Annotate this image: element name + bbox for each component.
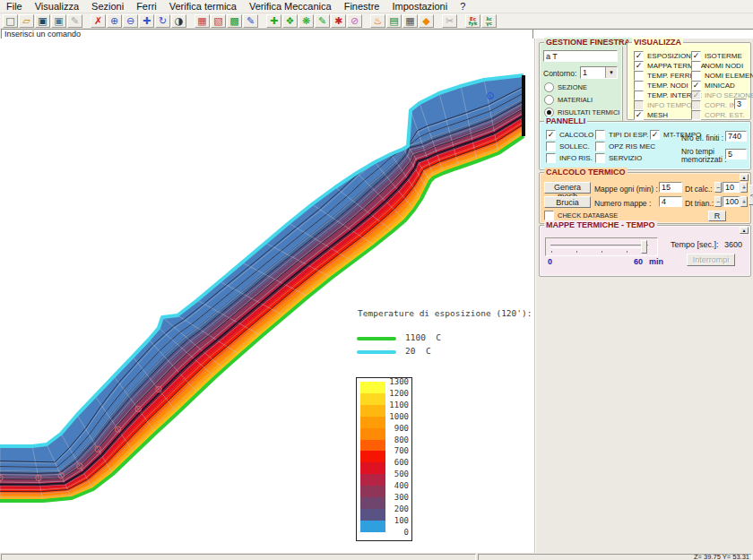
view-mesh-checkbox[interactable]: ✓ [634,110,644,120]
contorno-select[interactable]: 1 ▼ [580,66,618,79]
dt-trian-minus-button[interactable]: − [714,196,722,207]
menu-bar: FileVisualizzaSezioniFerriVerifica termi… [0,0,753,13]
annulla-mesh-icon[interactable]: ⊘ [347,14,362,28]
dt-trian-input[interactable]: 100 [723,196,740,207]
panel-calcolo-t-row[interactable]: ✓CALCOLO T. [546,130,602,140]
chevron-down-icon[interactable]: ▼ [605,67,617,78]
view-nomi-nodi-checkbox[interactable] [691,61,701,71]
dt-trian-plus-button[interactable]: + [740,196,748,207]
radio-sezione-row[interactable]: SEZIONE [544,82,630,92]
side-collapse-button[interactable]: < [749,185,753,205]
copr-int-input[interactable]: 3 [734,99,747,109]
panel-opz-ris-mec-label: OPZ RIS MEC [609,142,655,151]
menu-visualizza[interactable]: Visualizza [29,0,85,13]
panel-mt-tempo-checkbox[interactable]: ✓ [650,130,660,140]
view-temp-interne-checkbox[interactable] [634,90,644,100]
open-icon[interactable]: ▱ [19,14,34,28]
opzioni-ris-icon[interactable]: ▤ [386,14,402,28]
menu-?[interactable]: ? [454,0,472,13]
legend-swatch [360,486,385,497]
menu-verifica-termica[interactable]: Verifica termica [163,0,243,13]
save-icon[interactable]: ▣ [35,14,50,28]
radio-materiali-radio[interactable] [544,95,554,105]
menu-finestre[interactable]: Finestre [338,0,386,13]
brucia-button[interactable]: Brucia [544,196,591,208]
check-database-row[interactable]: CHECK DATABASE [544,211,618,220]
dt-calc-input[interactable]: 10 [723,182,740,193]
ec-fyk-icon[interactable]: Ecfyk [465,14,480,28]
menu-impostazioni[interactable]: Impostazioni [385,0,454,13]
taglia-icon[interactable]: ✂ [442,14,457,28]
mappa-view-icon[interactable]: ▩ [227,14,242,28]
check-database-checkbox[interactable] [544,211,554,220]
finestra-input[interactable]: a T [543,50,618,62]
r-button[interactable]: R [708,211,726,221]
temp-ferri-view-icon[interactable]: ▧ [211,14,226,28]
rigenera-icon[interactable]: ↻ [155,14,170,28]
view-mappa-termica-checkbox[interactable]: ✓ [634,61,644,71]
view-esposizione-checkbox[interactable]: ✓ [634,51,644,61]
tabella-icon[interactable]: ▦ [402,14,418,28]
check-database-label: CHECK DATABASE [558,211,618,220]
zoom-in-icon[interactable]: ⊕ [107,14,122,28]
new-icon[interactable]: □ [3,14,18,28]
view-minicad-row[interactable]: ✓MINICAD [691,81,753,90]
edit-icon[interactable]: ✎ [67,14,82,28]
panel-tipi-di-esp-row[interactable]: TIPI DI ESP. [595,130,655,140]
ombreggia-icon[interactable]: ◑ [171,14,186,28]
status-left [1,554,476,560]
panel-info-ris-checkbox[interactable] [546,153,556,163]
panel-tipi-di-esp-checkbox[interactable] [595,130,605,140]
view-copr-est-row[interactable]: COPR. EST. [691,110,753,120]
collapse-up-button[interactable]: ▲ [740,174,749,181]
add-node-icon[interactable]: ✚ [266,14,281,28]
menu-file[interactable]: File [0,0,29,13]
genera-mesh-button[interactable]: Genera mesh [544,182,591,194]
add-ferro-icon[interactable]: ❖ [282,14,298,28]
radio-materiali-row[interactable]: MATERIALI [544,95,630,105]
drawing-canvas[interactable]: S Temperature di esposizione (120'): 110… [0,39,535,553]
temp-nodi-view-icon[interactable]: ▦ [195,14,210,28]
radio-sezione-radio[interactable] [544,82,554,92]
lambda-gamma-icon[interactable]: λcγc [481,14,497,28]
save-all-icon[interactable]: ▣ [51,14,66,28]
time-slider[interactable] [545,237,658,256]
genera-mesh-tool-icon[interactable]: ❋ [299,14,314,28]
view-nomi-elementi-checkbox[interactable] [691,71,701,81]
pan-icon[interactable]: ✚ [139,14,154,28]
view-nomi-nodi-row[interactable]: NOMI NODI [691,61,753,71]
mappe-ogni-input[interactable]: 15 [659,182,682,193]
numero-mappe-input[interactable]: 4 [659,196,682,207]
menu-ferri[interactable]: Ferri [130,0,163,13]
dt-calc-plus-button[interactable]: + [740,182,748,193]
view-nomi-elementi-row[interactable]: NOMI ELEMENTI [691,71,753,81]
panel-calcolo-t-checkbox[interactable]: ✓ [546,130,556,140]
panel-sollec-checkbox[interactable] [546,142,556,151]
exposure-line-0 [357,337,396,340]
menu-sezioni[interactable]: Sezioni [85,0,130,13]
modifica-mesh-icon[interactable]: ✎ [315,14,330,28]
goccia-icon[interactable]: ◆ [419,14,434,28]
elimina-mesh-icon[interactable]: ✱ [331,14,346,28]
panel-sollec-row[interactable]: SOLLEC. [546,142,602,151]
menu-verifica-meccanica[interactable]: Verifica Meccanica [243,0,338,13]
view-isoterme-row[interactable]: ✓ISOTERME [691,51,753,61]
panel-opz-ris-mec-checkbox[interactable] [595,142,605,151]
panel-servizio-checkbox[interactable] [595,153,605,163]
slider-track[interactable] [550,245,648,248]
panel-servizio-row[interactable]: SERVIZIO [595,153,655,163]
panel-opz-ris-mec-row[interactable]: OPZ RIS MEC [595,142,655,151]
dt-calc-minus-button[interactable]: − [714,182,722,193]
view-isoterme-checkbox[interactable]: ✓ [691,51,701,61]
view-temp-nodi-checkbox[interactable] [634,81,644,90]
view-minicad-checkbox[interactable]: ✓ [691,81,701,90]
view-temp-ferri-checkbox[interactable] [634,71,644,81]
legend-swatch [360,451,385,462]
collapse-up-button[interactable]: ▲ [740,227,749,234]
delete-icon[interactable]: ✗ [91,14,106,28]
zoom-out-icon[interactable]: ⊖ [123,14,138,28]
interrompi-button[interactable]: Interrompi [687,254,735,266]
panel-info-ris-row[interactable]: INFO RIS. [546,153,602,163]
disegno-icon[interactable]: ✎ [243,14,258,28]
brucia-tool-icon[interactable]: ♨ [370,14,385,28]
